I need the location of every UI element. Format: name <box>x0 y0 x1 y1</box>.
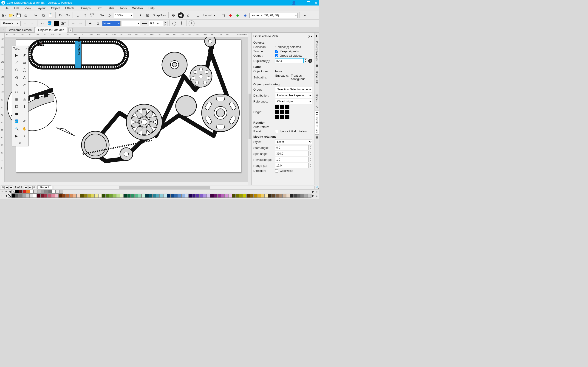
docker-tab-icon-2[interactable]: ▦ <box>315 63 319 67</box>
new-document-button[interactable]: 🗎▾ <box>1 12 7 18</box>
color-swatch[interactable] <box>120 194 124 198</box>
docker-tab-icon-5[interactable]: ▤ <box>315 135 319 139</box>
add-preset-button[interactable]: ＋ <box>22 20 28 26</box>
color-swatch[interactable] <box>290 194 294 198</box>
color-swatch[interactable] <box>33 194 37 198</box>
import-button[interactable]: ⤓ <box>75 12 81 18</box>
color-swatch[interactable] <box>203 194 207 198</box>
cube-front-icon[interactable]: ◆ <box>235 12 241 18</box>
color-swatch[interactable] <box>246 194 250 198</box>
color-swatch[interactable] <box>225 194 228 198</box>
color-swatch[interactable] <box>59 194 62 198</box>
color-swatch[interactable] <box>80 194 84 198</box>
menu-file[interactable]: File <box>1 6 11 10</box>
color-swatch[interactable] <box>254 194 257 198</box>
fill-effects-icon[interactable]: ◑⁺ <box>61 20 66 26</box>
color-swatch[interactable] <box>232 194 236 198</box>
remove-preset-button[interactable]: － <box>29 20 35 26</box>
doc-palette-expand[interactable]: » <box>315 190 319 194</box>
no-color-swatch[interactable] <box>11 190 15 194</box>
presets-dropdown[interactable]: Presets...▾ <box>1 21 21 26</box>
curve-tool-icon[interactable]: ✎▾ <box>99 12 105 18</box>
cut-button[interactable]: ✂ <box>33 12 39 18</box>
snap-to-dropdown[interactable]: Snap To <box>152 13 166 18</box>
transparency-tool[interactable]: ℹ <box>21 103 28 110</box>
menu-layout[interactable]: Layout <box>34 6 48 10</box>
color-swatch[interactable] <box>37 190 41 194</box>
color-swatch[interactable] <box>174 194 178 198</box>
color-swatch[interactable] <box>77 194 80 198</box>
options-icon[interactable]: ⚙ <box>170 12 176 18</box>
menu-help[interactable]: Help <box>146 6 157 10</box>
corner-value-input[interactable] <box>149 21 163 26</box>
launch-dropdown[interactable]: Launch <box>202 13 216 18</box>
docker-collapse-icon[interactable]: ⟫ <box>308 34 310 38</box>
line-tool[interactable]: ／ <box>13 59 20 66</box>
table-tool[interactable]: ▦ <box>13 96 20 102</box>
order-dropdown[interactable]: Selection: Selection order <box>275 87 312 92</box>
color-swatch[interactable] <box>113 194 116 198</box>
ruler-vertical[interactable]: 1701601501401301201101009080706050403020… <box>0 37 5 182</box>
docker-tab-property-manager[interactable]: Property Manager <box>315 40 319 63</box>
color-swatch[interactable] <box>22 194 26 198</box>
docker-tab-object-data[interactable]: Object Data <box>315 69 319 86</box>
color-swatch[interactable] <box>69 194 73 198</box>
overflow-icon[interactable]: » <box>302 12 308 18</box>
color-swatch[interactable] <box>239 194 243 198</box>
color-swatch[interactable] <box>91 194 95 198</box>
color-swatch[interactable] <box>66 194 69 198</box>
color-swatch[interactable] <box>228 194 232 198</box>
selection-handles[interactable] <box>38 40 44 46</box>
color-swatch[interactable] <box>156 194 160 198</box>
snap-options-icon[interactable]: ✦ <box>137 12 143 18</box>
line-style-dash-icon[interactable]: ╍ <box>78 20 84 26</box>
clockwise-checkbox[interactable]: Clockwise <box>275 169 312 173</box>
color-swatch[interactable] <box>23 190 26 194</box>
color-swatch[interactable] <box>210 194 214 198</box>
docker-tab-icon-4[interactable]: ∿ <box>315 105 319 109</box>
color-swatch[interactable] <box>11 194 15 198</box>
color-swatch[interactable] <box>59 190 63 194</box>
color-swatch[interactable] <box>272 194 275 198</box>
pick-tool-2[interactable]: ▶ <box>13 133 20 139</box>
color-swatch[interactable] <box>214 194 217 198</box>
color-swatch[interactable] <box>279 194 283 198</box>
spinner-up[interactable]: ▲ <box>164 21 167 23</box>
color-swatch[interactable] <box>145 194 149 198</box>
page-prev-button[interactable]: ◀ <box>9 186 13 189</box>
color-swatch[interactable] <box>257 194 261 198</box>
color-swatch[interactable] <box>51 194 55 198</box>
color-swatch[interactable] <box>127 194 131 198</box>
color-swatch[interactable] <box>73 194 77 198</box>
status-menu-icon[interactable]: ▸ <box>1 199 3 199</box>
color-swatch[interactable] <box>207 194 210 198</box>
menu-text[interactable]: Text <box>94 6 104 10</box>
doc-palette-scroll-left[interactable]: ◀ <box>8 190 11 194</box>
line-style-solid-icon[interactable]: ━ <box>70 20 76 26</box>
rectangle-tool[interactable]: ▭ <box>21 59 28 66</box>
fill-tool-icon[interactable]: ▱ <box>39 20 45 26</box>
ellipse-tool[interactable]: ◯ <box>21 67 28 73</box>
color-swatch[interactable] <box>297 194 301 198</box>
color-swatch[interactable] <box>261 194 265 198</box>
toolbox-add-button[interactable]: ⊕ <box>12 140 28 146</box>
spiral-tool[interactable]: § <box>21 89 28 95</box>
color-swatch[interactable] <box>167 194 171 198</box>
extrude-tool[interactable]: ⬢ <box>13 111 20 117</box>
fill-tool[interactable]: 🪣 <box>13 118 20 125</box>
menu-table[interactable]: Table <box>105 6 116 10</box>
color-swatch[interactable] <box>19 190 23 194</box>
color-swatch[interactable] <box>87 194 91 198</box>
distribution-dropdown[interactable]: Uniform object spacing <box>275 93 312 98</box>
text-props-icon[interactable]: T̈ <box>179 20 185 26</box>
color-swatch[interactable] <box>30 194 33 198</box>
user-icon[interactable]: 👤 <box>292 1 296 5</box>
freehand-pick-tool[interactable]: ✧ <box>21 133 28 139</box>
outline-color-dropdown[interactable]: None <box>102 21 121 26</box>
color-swatch[interactable] <box>217 194 221 198</box>
redo-button[interactable]: ↷▾ <box>65 12 71 18</box>
color-swatch[interactable] <box>105 194 109 198</box>
snap-grid-icon[interactable]: ⊡ <box>145 12 150 18</box>
spinner-down[interactable]: ▼ <box>164 23 167 26</box>
color-swatch[interactable] <box>37 194 40 198</box>
